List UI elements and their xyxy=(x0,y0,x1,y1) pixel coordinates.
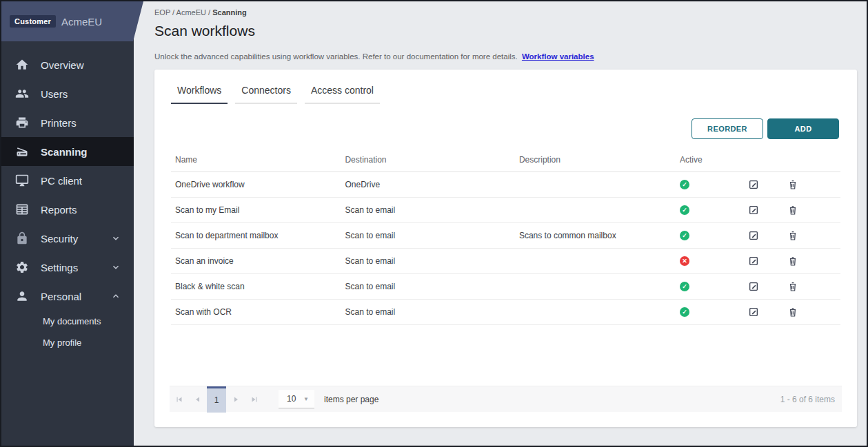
delete-button[interactable] xyxy=(786,203,800,217)
column-header-destination: Destination xyxy=(345,155,518,165)
active-check-icon: ✓ xyxy=(680,205,689,215)
customer-name: AcmeEU xyxy=(61,16,102,28)
page-title: Scan workflows xyxy=(154,23,857,39)
gear-icon xyxy=(15,260,29,274)
delete-button[interactable] xyxy=(786,280,800,293)
tab-bar: Workflows Connectors Access control xyxy=(171,85,840,104)
delete-button[interactable] xyxy=(786,254,800,268)
column-header-name: Name xyxy=(171,155,345,165)
chevron-left-icon xyxy=(193,395,203,404)
add-button[interactable]: ADD xyxy=(767,118,839,139)
sidebar-item-settings[interactable]: Settings xyxy=(1,253,134,282)
sidebar-item-my-profile[interactable]: My profile xyxy=(1,332,134,353)
reports-icon xyxy=(15,202,29,216)
sidebar: Customer AcmeEU Overview Users Prin xyxy=(1,1,134,446)
workflow-destination: Scan to email xyxy=(345,231,518,240)
breadcrumb-current: Scanning xyxy=(212,8,247,17)
first-page-button[interactable] xyxy=(170,386,188,413)
table-row: Scan to my Email Scan to email ✓ xyxy=(171,198,840,223)
breadcrumb: EOP / AcmeEU / Scanning xyxy=(154,8,857,17)
chevron-down-icon xyxy=(110,262,121,273)
page-subtitle: Unlock the advanced capabilities using w… xyxy=(154,52,857,61)
edit-button[interactable] xyxy=(747,305,760,319)
next-page-button[interactable] xyxy=(226,386,245,413)
chevron-right-icon xyxy=(231,395,241,404)
table-row: Scan to department mailbox Scan to email… xyxy=(171,223,840,249)
table-row: Black & white scan Scan to email ✓ xyxy=(171,274,840,300)
pagination-bar: 1 10 ▼ items per page 1 - 6 of 6 items xyxy=(170,386,842,412)
sidebar-item-personal[interactable]: Personal xyxy=(1,282,134,311)
workflow-name: Scan to my Email xyxy=(171,205,345,215)
sidebar-subitem-label: My profile xyxy=(43,337,81,348)
table-row: OneDrive workflow OneDrive ✓ xyxy=(171,172,840,198)
page-size-value: 10 xyxy=(287,394,303,404)
sidebar-item-label: Printers xyxy=(41,117,77,129)
active-check-icon: ✓ xyxy=(680,307,689,317)
sidebar-item-pc-client[interactable]: PC client xyxy=(1,166,134,195)
tab-workflows[interactable]: Workflows xyxy=(171,85,228,104)
workflow-destination: Scan to email xyxy=(345,282,518,291)
content-card: Workflows Connectors Access control REOR… xyxy=(154,70,857,427)
sidebar-item-security[interactable]: Security xyxy=(1,224,134,253)
workflow-description: Scans to common mailbox xyxy=(519,231,680,240)
delete-button[interactable] xyxy=(786,229,800,242)
column-header-description: Description xyxy=(519,155,680,165)
sidebar-item-scanning[interactable]: Scanning xyxy=(1,137,134,166)
workflow-variables-link[interactable]: Workflow variables xyxy=(522,52,594,61)
breadcrumb-separator: / xyxy=(172,8,174,17)
edit-button[interactable] xyxy=(747,203,760,217)
reorder-button[interactable]: REORDER xyxy=(692,118,763,139)
edit-button[interactable] xyxy=(747,280,760,293)
breadcrumb-item[interactable]: EOP xyxy=(154,8,170,17)
tab-connectors[interactable]: Connectors xyxy=(235,85,297,104)
chevron-up-icon xyxy=(110,291,121,302)
workflow-destination: Scan to email xyxy=(345,307,518,317)
subtitle-text: Unlock the advanced capabilities using w… xyxy=(154,52,518,61)
chevron-down-icon xyxy=(110,233,121,244)
sidebar-subitem-label: My documents xyxy=(43,316,101,326)
tab-access-control[interactable]: Access control xyxy=(305,85,380,104)
items-per-page-label: items per page xyxy=(324,395,379,404)
lock-icon xyxy=(15,231,29,245)
workflow-name: OneDrive workflow xyxy=(171,180,345,189)
page-size-select[interactable]: 10 ▼ xyxy=(279,390,314,408)
person-icon xyxy=(15,289,29,303)
active-check-icon: ✓ xyxy=(680,180,689,189)
edit-button[interactable] xyxy=(747,178,760,191)
breadcrumb-item[interactable]: AcmeEU xyxy=(176,8,206,17)
workflow-destination: Scan to email xyxy=(345,205,518,215)
edit-button[interactable] xyxy=(747,229,760,242)
last-page-button[interactable] xyxy=(245,386,263,413)
current-page-button[interactable]: 1 xyxy=(207,386,226,413)
sidebar-item-reports[interactable]: Reports xyxy=(1,195,134,224)
sidebar-item-label: Settings xyxy=(41,262,78,273)
sidebar-item-overview[interactable]: Overview xyxy=(1,50,134,79)
sidebar-item-label: Scanning xyxy=(41,146,88,158)
caret-down-icon: ▼ xyxy=(303,396,309,402)
workflow-name: Black & white scan xyxy=(171,282,345,291)
app-window: Customer AcmeEU Overview Users Prin xyxy=(0,0,868,447)
monitor-icon xyxy=(15,174,29,187)
table-row: Scan with OCR Scan to email ✓ xyxy=(171,300,840,325)
table-header-row: Name Destination Description Active xyxy=(171,147,840,172)
sidebar-item-label: Overview xyxy=(41,59,84,71)
delete-button[interactable] xyxy=(786,178,800,191)
sidebar-item-printers[interactable]: Printers xyxy=(1,108,134,137)
workflow-name: Scan with OCR xyxy=(171,307,345,317)
scanner-icon xyxy=(15,145,29,158)
customer-header: Customer AcmeEU xyxy=(1,1,143,41)
workflows-table: Name Destination Description Active OneD… xyxy=(171,147,840,325)
sidebar-item-users[interactable]: Users xyxy=(1,79,134,108)
workflow-destination: OneDrive xyxy=(345,180,518,189)
users-icon xyxy=(15,87,29,101)
delete-button[interactable] xyxy=(786,305,800,319)
sidebar-item-my-documents[interactable]: My documents xyxy=(1,311,134,332)
active-check-icon: ✓ xyxy=(680,231,689,240)
previous-page-button[interactable] xyxy=(188,386,207,413)
sidebar-item-label: Security xyxy=(41,233,78,245)
sidebar-item-label: Personal xyxy=(41,291,81,302)
printer-icon xyxy=(15,116,29,129)
breadcrumb-separator: / xyxy=(208,8,210,17)
edit-button[interactable] xyxy=(747,254,760,268)
workflow-name: Scan to department mailbox xyxy=(171,231,345,240)
